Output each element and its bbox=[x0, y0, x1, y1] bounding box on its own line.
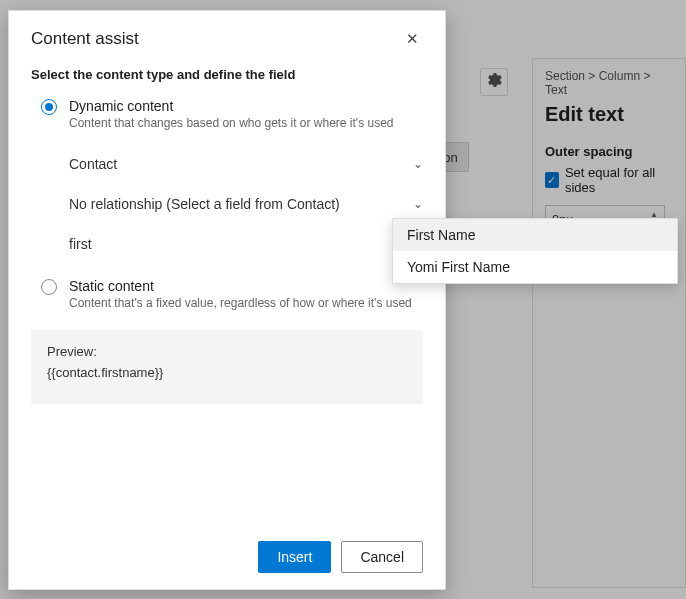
modal-subheading: Select the content type and define the f… bbox=[31, 67, 423, 82]
field-search-input[interactable]: first bbox=[69, 224, 423, 264]
radio-unselected-icon bbox=[41, 279, 57, 295]
entity-value: Contact bbox=[69, 156, 117, 172]
close-icon: ✕ bbox=[406, 30, 419, 47]
dynamic-content-option[interactable]: Dynamic content Content that changes bas… bbox=[41, 98, 423, 130]
preview-box: Preview: {{contact.firstname}} bbox=[31, 330, 423, 404]
preview-label: Preview: bbox=[47, 344, 407, 359]
close-button[interactable]: ✕ bbox=[402, 29, 423, 48]
cancel-button[interactable]: Cancel bbox=[341, 541, 423, 573]
field-search-value: first bbox=[69, 236, 92, 252]
dynamic-option-title: Dynamic content bbox=[69, 98, 394, 114]
dropdown-item[interactable]: First Name bbox=[393, 219, 677, 251]
entity-select[interactable]: Contact ⌄ bbox=[69, 144, 423, 184]
static-option-title: Static content bbox=[69, 278, 412, 294]
relationship-value: No relationship (Select a field from Con… bbox=[69, 196, 340, 212]
modal-title: Content assist bbox=[31, 29, 139, 49]
preview-value: {{contact.firstname}} bbox=[47, 365, 407, 380]
static-content-option[interactable]: Static content Content that's a fixed va… bbox=[41, 278, 423, 310]
content-assist-modal: Content assist ✕ Select the content type… bbox=[8, 10, 446, 590]
static-option-desc: Content that's a fixed value, regardless… bbox=[69, 296, 412, 310]
chevron-down-icon: ⌄ bbox=[413, 157, 423, 171]
radio-selected-icon bbox=[41, 99, 57, 115]
chevron-down-icon: ⌄ bbox=[413, 197, 423, 211]
field-autocomplete-dropdown: First Name Yomi First Name bbox=[392, 218, 678, 284]
dropdown-item[interactable]: Yomi First Name bbox=[393, 251, 677, 283]
dynamic-option-desc: Content that changes based on who gets i… bbox=[69, 116, 394, 130]
insert-button[interactable]: Insert bbox=[258, 541, 331, 573]
relationship-select[interactable]: No relationship (Select a field from Con… bbox=[69, 184, 423, 224]
